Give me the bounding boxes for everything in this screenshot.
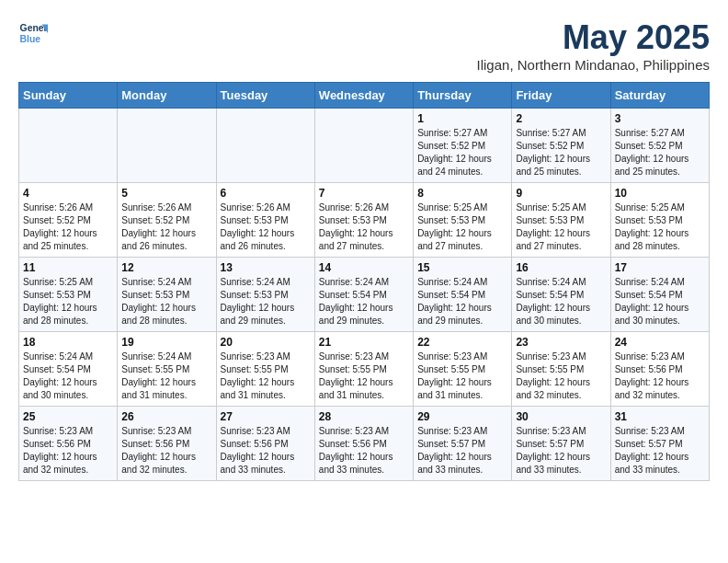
calendar-cell: 26Sunrise: 5:23 AM Sunset: 5:56 PM Dayli…: [118, 407, 216, 481]
week-row-1: 1Sunrise: 5:27 AM Sunset: 5:52 PM Daylig…: [19, 109, 710, 183]
calendar-cell: 25Sunrise: 5:23 AM Sunset: 5:56 PM Dayli…: [19, 407, 118, 481]
day-info: Sunrise: 5:27 AM Sunset: 5:52 PM Dayligh…: [417, 127, 507, 178]
day-number: 11: [23, 261, 113, 274]
week-row-4: 18Sunrise: 5:24 AM Sunset: 5:54 PM Dayli…: [19, 332, 710, 407]
day-number: 24: [615, 336, 705, 349]
day-info: Sunrise: 5:23 AM Sunset: 5:55 PM Dayligh…: [319, 350, 409, 402]
calendar-cell: 16Sunrise: 5:24 AM Sunset: 5:54 PM Dayli…: [512, 258, 610, 332]
calendar-cell: 2Sunrise: 5:27 AM Sunset: 5:52 PM Daylig…: [512, 109, 610, 183]
day-number: 28: [319, 410, 409, 423]
calendar-cell: 11Sunrise: 5:25 AM Sunset: 5:53 PM Dayli…: [19, 258, 118, 332]
title-block: May 2025 Iligan, Northern Mindanao, Phil…: [477, 18, 710, 73]
day-number: 6: [221, 187, 311, 200]
day-number: 1: [417, 112, 507, 125]
calendar-cell: 12Sunrise: 5:24 AM Sunset: 5:53 PM Dayli…: [118, 258, 216, 332]
calendar-cell: 3Sunrise: 5:27 AM Sunset: 5:52 PM Daylig…: [610, 109, 709, 183]
day-info: Sunrise: 5:25 AM Sunset: 5:53 PM Dayligh…: [23, 276, 113, 327]
page-header: General Blue May 2025 Iligan, Northern M…: [18, 18, 710, 73]
day-info: Sunrise: 5:24 AM Sunset: 5:54 PM Dayligh…: [516, 276, 606, 327]
day-info: Sunrise: 5:27 AM Sunset: 5:52 PM Dayligh…: [615, 127, 705, 178]
day-info: Sunrise: 5:26 AM Sunset: 5:52 PM Dayligh…: [121, 201, 211, 253]
calendar-cell: 14Sunrise: 5:24 AM Sunset: 5:54 PM Dayli…: [314, 258, 413, 332]
week-row-3: 11Sunrise: 5:25 AM Sunset: 5:53 PM Dayli…: [19, 258, 710, 332]
calendar-table: SundayMondayTuesdayWednesdayThursdayFrid…: [18, 82, 710, 481]
day-info: Sunrise: 5:23 AM Sunset: 5:57 PM Dayligh…: [516, 425, 606, 477]
day-number: 9: [516, 187, 606, 200]
calendar-cell: 22Sunrise: 5:23 AM Sunset: 5:55 PM Dayli…: [414, 332, 512, 407]
calendar-header-row: SundayMondayTuesdayWednesdayThursdayFrid…: [19, 83, 710, 109]
day-info: Sunrise: 5:23 AM Sunset: 5:55 PM Dayligh…: [417, 350, 507, 402]
day-info: Sunrise: 5:25 AM Sunset: 5:53 PM Dayligh…: [417, 201, 507, 253]
calendar-cell: 4Sunrise: 5:26 AM Sunset: 5:52 PM Daylig…: [19, 183, 118, 258]
day-info: Sunrise: 5:23 AM Sunset: 5:55 PM Dayligh…: [516, 350, 606, 402]
day-info: Sunrise: 5:26 AM Sunset: 5:53 PM Dayligh…: [319, 201, 409, 253]
day-info: Sunrise: 5:26 AM Sunset: 5:53 PM Dayligh…: [221, 201, 311, 253]
day-number: 30: [516, 410, 606, 423]
calendar-cell: 10Sunrise: 5:25 AM Sunset: 5:53 PM Dayli…: [610, 183, 709, 258]
day-info: Sunrise: 5:23 AM Sunset: 5:55 PM Dayligh…: [221, 350, 311, 402]
logo: General Blue: [18, 18, 48, 48]
day-number: 22: [417, 336, 507, 349]
day-number: 21: [319, 336, 409, 349]
day-number: 15: [417, 261, 507, 274]
day-number: 16: [516, 261, 606, 274]
calendar-cell: [19, 109, 118, 183]
week-row-2: 4Sunrise: 5:26 AM Sunset: 5:52 PM Daylig…: [19, 183, 710, 258]
location: Iligan, Northern Mindanao, Philippines: [477, 57, 710, 73]
day-number: 8: [417, 187, 507, 200]
calendar-cell: 30Sunrise: 5:23 AM Sunset: 5:57 PM Dayli…: [512, 407, 610, 481]
day-info: Sunrise: 5:24 AM Sunset: 5:54 PM Dayligh…: [319, 276, 409, 327]
weekday-header-tuesday: Tuesday: [216, 83, 314, 109]
week-row-5: 25Sunrise: 5:23 AM Sunset: 5:56 PM Dayli…: [19, 407, 710, 481]
day-info: Sunrise: 5:23 AM Sunset: 5:56 PM Dayligh…: [221, 425, 311, 477]
day-number: 29: [417, 410, 507, 423]
day-info: Sunrise: 5:23 AM Sunset: 5:56 PM Dayligh…: [121, 425, 211, 477]
day-number: 10: [615, 187, 705, 200]
calendar-cell: 6Sunrise: 5:26 AM Sunset: 5:53 PM Daylig…: [216, 183, 314, 258]
day-info: Sunrise: 5:24 AM Sunset: 5:54 PM Dayligh…: [23, 350, 113, 402]
calendar-cell: 9Sunrise: 5:25 AM Sunset: 5:53 PM Daylig…: [512, 183, 610, 258]
day-number: 14: [319, 261, 409, 274]
weekday-header-monday: Monday: [118, 83, 216, 109]
day-number: 26: [121, 410, 211, 423]
day-info: Sunrise: 5:23 AM Sunset: 5:57 PM Dayligh…: [417, 425, 507, 477]
weekday-header-saturday: Saturday: [610, 83, 709, 109]
day-info: Sunrise: 5:26 AM Sunset: 5:52 PM Dayligh…: [23, 201, 113, 253]
day-info: Sunrise: 5:24 AM Sunset: 5:53 PM Dayligh…: [121, 276, 211, 327]
day-info: Sunrise: 5:25 AM Sunset: 5:53 PM Dayligh…: [516, 201, 606, 253]
weekday-header-friday: Friday: [512, 83, 610, 109]
calendar-cell: 1Sunrise: 5:27 AM Sunset: 5:52 PM Daylig…: [414, 109, 512, 183]
day-number: 23: [516, 336, 606, 349]
day-number: 13: [221, 261, 311, 274]
day-number: 3: [615, 112, 705, 125]
calendar-cell: 19Sunrise: 5:24 AM Sunset: 5:55 PM Dayli…: [118, 332, 216, 407]
calendar-cell: 20Sunrise: 5:23 AM Sunset: 5:55 PM Dayli…: [216, 332, 314, 407]
calendar-cell: 17Sunrise: 5:24 AM Sunset: 5:54 PM Dayli…: [610, 258, 709, 332]
day-info: Sunrise: 5:23 AM Sunset: 5:56 PM Dayligh…: [615, 350, 705, 402]
calendar-cell: [216, 109, 314, 183]
day-info: Sunrise: 5:24 AM Sunset: 5:55 PM Dayligh…: [121, 350, 211, 402]
calendar-cell: 27Sunrise: 5:23 AM Sunset: 5:56 PM Dayli…: [216, 407, 314, 481]
day-info: Sunrise: 5:24 AM Sunset: 5:53 PM Dayligh…: [221, 276, 311, 327]
weekday-header-wednesday: Wednesday: [314, 83, 413, 109]
calendar-cell: 5Sunrise: 5:26 AM Sunset: 5:52 PM Daylig…: [118, 183, 216, 258]
weekday-header-thursday: Thursday: [414, 83, 512, 109]
day-number: 12: [121, 261, 211, 274]
day-info: Sunrise: 5:27 AM Sunset: 5:52 PM Dayligh…: [516, 127, 606, 178]
weekday-header-sunday: Sunday: [19, 83, 118, 109]
calendar-cell: 15Sunrise: 5:24 AM Sunset: 5:54 PM Dayli…: [414, 258, 512, 332]
logo-icon: General Blue: [18, 18, 48, 48]
calendar-cell: 18Sunrise: 5:24 AM Sunset: 5:54 PM Dayli…: [19, 332, 118, 407]
day-info: Sunrise: 5:24 AM Sunset: 5:54 PM Dayligh…: [615, 276, 705, 327]
calendar-cell: 28Sunrise: 5:23 AM Sunset: 5:56 PM Dayli…: [314, 407, 413, 481]
day-number: 18: [23, 336, 113, 349]
calendar-cell: 23Sunrise: 5:23 AM Sunset: 5:55 PM Dayli…: [512, 332, 610, 407]
calendar-cell: [314, 109, 413, 183]
day-number: 25: [23, 410, 113, 423]
day-info: Sunrise: 5:24 AM Sunset: 5:54 PM Dayligh…: [417, 276, 507, 327]
day-number: 17: [615, 261, 705, 274]
day-number: 20: [221, 336, 311, 349]
calendar-cell: 13Sunrise: 5:24 AM Sunset: 5:53 PM Dayli…: [216, 258, 314, 332]
calendar-cell: 8Sunrise: 5:25 AM Sunset: 5:53 PM Daylig…: [414, 183, 512, 258]
calendar-body: 1Sunrise: 5:27 AM Sunset: 5:52 PM Daylig…: [19, 109, 710, 481]
